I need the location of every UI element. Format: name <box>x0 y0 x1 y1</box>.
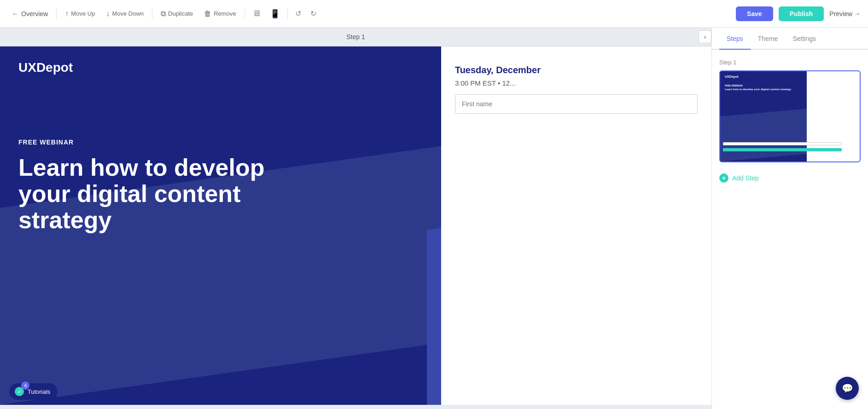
add-step-plus-icon: + <box>719 173 728 183</box>
duplicate-button[interactable]: ⧉ Duplicate <box>156 7 198 21</box>
divider-4 <box>287 8 288 19</box>
chat-icon: 💬 <box>842 383 853 394</box>
mobile-view-button[interactable]: 📱 <box>266 6 284 22</box>
step-section-label: Step 1 <box>719 59 861 66</box>
thumb-logo: UXDepot <box>725 75 739 78</box>
right-sidebar: Steps Theme Settings Step 1 UXDepot FREE… <box>711 28 868 409</box>
sidebar-tabs: Steps Theme Settings <box>712 28 868 50</box>
publish-button[interactable]: Publish <box>779 6 824 21</box>
back-link[interactable]: ← Overview <box>7 7 52 20</box>
divider-3 <box>245 8 245 19</box>
toolbar: ← Overview ↑ Move Up ↓ Move Down ⧉ Dupli… <box>0 0 868 28</box>
divider-1 <box>56 8 57 19</box>
undo-button[interactable]: ↺ <box>291 6 305 21</box>
tab-settings[interactable]: Settings <box>785 28 823 50</box>
tutorials-count-badge: 4 <box>21 381 29 390</box>
webinar-free-tag: FREE WEBINAR <box>18 138 74 146</box>
registration-panel: Tuesday, December 3:00 PM EST • 12... <box>441 46 711 405</box>
canvas-area: Step 1 › UXDepot FREE WEBINAR Learn how … <box>0 28 711 409</box>
collapse-panel-button[interactable]: › <box>699 30 711 43</box>
move-down-button[interactable]: ↓ Move Down <box>101 7 148 21</box>
step-thumbnail[interactable]: UXDepot FREE WEBINAR Learn how to develo… <box>719 70 861 162</box>
step-indicator-label: Step 1 <box>346 33 365 40</box>
redo-button[interactable]: ↻ <box>307 6 320 21</box>
chat-bubble-button[interactable]: 💬 <box>836 377 859 400</box>
redo-icon: ↻ <box>310 10 316 17</box>
remove-button[interactable]: 🗑 Remove <box>199 7 240 21</box>
trash-icon: 🗑 <box>204 10 211 18</box>
webinar-canvas: UXDepot FREE WEBINAR Learn how to develo… <box>0 46 711 405</box>
toolbar-left-group: ← Overview ↑ Move Up ↓ Move Down ⧉ Dupli… <box>7 6 320 22</box>
back-arrow-icon: ← <box>12 10 18 17</box>
toolbar-right-group: Save Publish Preview → <box>736 6 861 21</box>
reg-date: Tuesday, December <box>455 65 698 75</box>
first-name-input[interactable] <box>455 94 698 114</box>
main-layout: Step 1 › UXDepot FREE WEBINAR Learn how … <box>0 28 868 409</box>
back-label: Overview <box>21 10 48 17</box>
tab-steps[interactable]: Steps <box>719 28 751 50</box>
preview-link[interactable]: Preview → <box>829 10 861 17</box>
thumb-reg-input <box>723 142 842 145</box>
tutorials-label: Tutorials <box>28 388 50 395</box>
desktop-icon: 🖥 <box>252 9 261 18</box>
desktop-view-button[interactable]: 🖥 <box>249 6 264 21</box>
webinar-heading: Learn how to develop your digital conten… <box>18 155 295 234</box>
remove-label: Remove <box>214 10 236 17</box>
step-thumbnail-wrapper[interactable]: UXDepot FREE WEBINAR Learn how to develo… <box>719 70 861 162</box>
move-down-icon: ↓ <box>106 10 110 18</box>
webinar-logo: UXDepot <box>18 60 73 75</box>
steps-content: Step 1 UXDepot FREE WEBINAR Learn how to… <box>712 50 868 409</box>
thumb-reg-date: Tuesday, December 29 20203:00 PM EST • 1… <box>723 79 849 83</box>
step-indicator-bar: Step 1 › <box>0 28 711 46</box>
webinar-inner: UXDepot FREE WEBINAR Learn how to develo… <box>0 46 711 405</box>
duplicate-icon: ⧉ <box>161 10 166 18</box>
thumb-free-webinar: FREE WEBINAR <box>725 84 743 87</box>
chevron-right-icon: › <box>704 33 706 40</box>
move-down-label: Move Down <box>112 10 144 17</box>
move-up-icon: ↑ <box>65 10 69 18</box>
duplicate-label: Duplicate <box>168 10 193 17</box>
move-up-label: Move Up <box>71 10 95 17</box>
add-step-label: Add Step <box>732 174 759 182</box>
add-step-button[interactable]: + Add Step <box>719 170 759 186</box>
save-button[interactable]: Save <box>736 6 773 21</box>
undo-icon: ↺ <box>295 10 301 17</box>
reg-time: 3:00 PM EST • 12... <box>455 79 698 87</box>
tab-theme[interactable]: Theme <box>751 28 786 50</box>
thumb-reg-btn <box>723 148 842 151</box>
move-up-button[interactable]: ↑ Move Up <box>60 7 99 21</box>
thumb-heading: Learn how to develop your digital conten… <box>725 88 802 91</box>
tutorials-badge[interactable]: ✓ 4 Tutorials <box>9 383 58 400</box>
mobile-icon: 📱 <box>270 9 280 18</box>
divider-2 <box>152 8 152 19</box>
